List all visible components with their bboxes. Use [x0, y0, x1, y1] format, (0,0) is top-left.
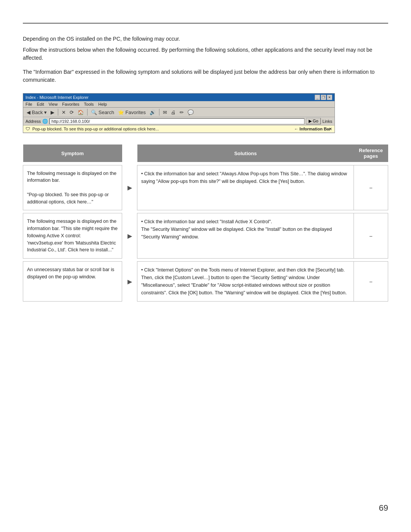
discuss-button[interactable]: 💬	[186, 109, 195, 116]
menu-favorites[interactable]: Favorites	[62, 102, 79, 106]
symptom-cell-2: The following message is displayed on th…	[23, 213, 122, 259]
reference-cell-2: –	[354, 213, 388, 259]
infobar-text: Pop-up blocked. To see this pop-up or ad…	[32, 127, 159, 131]
main-table: Symptom Solutions Referencepages The fol…	[23, 145, 388, 302]
toolbar-separator-1	[58, 109, 58, 116]
table-row: The following message is displayed on th…	[23, 213, 388, 259]
go-button[interactable]: ▶ Go	[306, 118, 321, 124]
toolbar-separator-2	[87, 109, 88, 116]
menu-file[interactable]: File	[25, 102, 32, 106]
intro-line1: Depending on the OS installed on the PC,…	[23, 35, 388, 43]
menu-edit[interactable]: Edit	[37, 102, 44, 106]
intro-line3: The "Information Bar" expressed in the f…	[23, 68, 388, 84]
mail-button[interactable]: ✉	[162, 109, 168, 116]
top-border	[23, 23, 388, 24]
browser-menubar: File Edit View Favorites Tools Help	[23, 101, 335, 108]
browser-infobar[interactable]: 🛡 Pop-up blocked. To see this pop-up or …	[23, 125, 335, 133]
browser-address-bar: Address 🌐 http://192.168.0.100/ ▶ Go Lin…	[23, 117, 335, 125]
back-button[interactable]: ◀ Back ▾	[25, 109, 48, 116]
page-container: Depending on the OS installed on the PC,…	[0, 0, 411, 332]
infobar-icon: 🛡	[25, 126, 30, 132]
address-label: Address	[25, 119, 41, 124]
table-header: Symptom Solutions Referencepages	[23, 145, 388, 162]
intro-line2: Follow the instructions below when the f…	[23, 46, 388, 62]
reference-cell-1: –	[354, 165, 388, 210]
browser-window-controls: _ ❐ ✕	[315, 95, 332, 100]
print-button[interactable]: 🖨	[170, 109, 177, 116]
spacer-row-1	[23, 210, 388, 213]
menu-help[interactable]: Help	[98, 102, 107, 106]
arrow-cell-1: ▶	[122, 165, 137, 210]
symptom-cell-3: An unnecessary status bar or scroll bar …	[23, 262, 122, 302]
browser-toolbar: ◀ Back ▾ ▶ ✕ ⟳ 🏠 🔍 Search ⭐ Favorites 🔊 …	[23, 108, 335, 117]
search-button[interactable]: 🔍 Search	[90, 109, 115, 116]
intro-line3-wrapper: The "Information Bar" expressed in the f…	[23, 68, 388, 84]
toolbar-separator-3	[159, 109, 159, 116]
favorites-button[interactable]: ⭐ Favorites	[117, 109, 147, 116]
edit-button[interactable]: ✏	[178, 109, 185, 116]
reference-cell-3: –	[354, 262, 388, 302]
header-solutions: Solutions	[137, 145, 354, 162]
minimize-button[interactable]: _	[315, 95, 320, 100]
intro-text: Depending on the OS installed on the PC,…	[23, 35, 388, 62]
home-button[interactable]: 🏠	[76, 109, 85, 116]
header-spacer	[122, 145, 137, 162]
stop-button[interactable]: ✕	[61, 109, 67, 116]
header-reference: Referencepages	[354, 145, 388, 162]
solution-cell-2: • Click the information bar and select "…	[137, 213, 354, 259]
address-value: http://192.168.0.100/	[51, 119, 90, 124]
spacer-row-0	[23, 162, 388, 165]
address-input[interactable]: http://192.168.0.100/	[49, 118, 304, 124]
solution-cell-1: • Click the information bar and select "…	[137, 165, 354, 210]
page-number: 69	[379, 503, 388, 513]
menu-tools[interactable]: Tools	[84, 102, 94, 106]
table-row: The following message is displayed on th…	[23, 165, 388, 210]
symptom-cell-1: The following message is displayed on th…	[23, 165, 122, 210]
browser-title: Index - Microsoft Internet Explorer	[25, 95, 89, 100]
forward-button[interactable]: ▶	[49, 109, 56, 116]
browser-screenshot: Index - Microsoft Internet Explorer _ ❐ …	[23, 93, 335, 133]
links-label: Links	[322, 119, 332, 124]
refresh-button[interactable]: ⟳	[68, 109, 75, 116]
media-button[interactable]: 🔊	[148, 109, 157, 116]
infobar-label: ← Information Bar	[294, 127, 331, 131]
arrow-cell-3: ▶	[122, 262, 137, 302]
arrow-cell-2: ▶	[122, 213, 137, 259]
table-row: An unnecessary status bar or scroll bar …	[23, 262, 388, 302]
header-symptom: Symptom	[23, 145, 122, 162]
close-button[interactable]: ✕	[327, 95, 332, 100]
restore-button[interactable]: ❐	[321, 95, 326, 100]
browser-titlebar: Index - Microsoft Internet Explorer _ ❐ …	[23, 94, 335, 101]
menu-view[interactable]: View	[49, 102, 58, 106]
solution-cell-3: • Click "Internet Options" on the Tools …	[137, 262, 354, 302]
spacer-row-2	[23, 259, 388, 262]
